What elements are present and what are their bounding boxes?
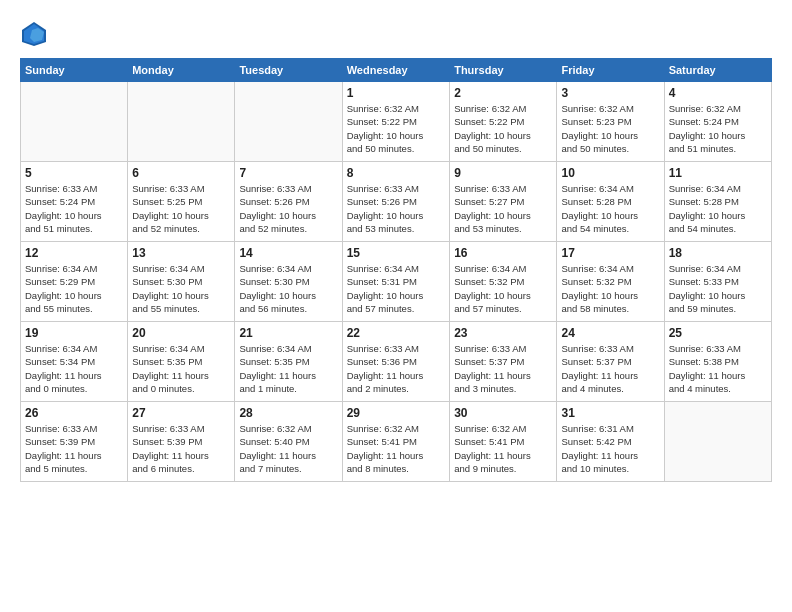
day-info: Sunrise: 6:33 AM Sunset: 5:39 PM Dayligh… [25,422,123,475]
weekday-header-sunday: Sunday [21,59,128,82]
day-number: 10 [561,166,659,180]
day-info: Sunrise: 6:34 AM Sunset: 5:31 PM Dayligh… [347,262,445,315]
week-row-2: 12Sunrise: 6:34 AM Sunset: 5:29 PM Dayli… [21,242,772,322]
calendar-cell: 16Sunrise: 6:34 AM Sunset: 5:32 PM Dayli… [450,242,557,322]
calendar-cell: 3Sunrise: 6:32 AM Sunset: 5:23 PM Daylig… [557,82,664,162]
calendar-cell: 5Sunrise: 6:33 AM Sunset: 5:24 PM Daylig… [21,162,128,242]
calendar: SundayMondayTuesdayWednesdayThursdayFrid… [20,58,772,482]
day-number: 17 [561,246,659,260]
calendar-cell: 21Sunrise: 6:34 AM Sunset: 5:35 PM Dayli… [235,322,342,402]
calendar-cell: 31Sunrise: 6:31 AM Sunset: 5:42 PM Dayli… [557,402,664,482]
calendar-cell: 18Sunrise: 6:34 AM Sunset: 5:33 PM Dayli… [664,242,771,322]
calendar-cell [128,82,235,162]
day-number: 12 [25,246,123,260]
day-info: Sunrise: 6:33 AM Sunset: 5:25 PM Dayligh… [132,182,230,235]
calendar-cell: 2Sunrise: 6:32 AM Sunset: 5:22 PM Daylig… [450,82,557,162]
day-number: 13 [132,246,230,260]
calendar-cell [664,402,771,482]
day-info: Sunrise: 6:33 AM Sunset: 5:26 PM Dayligh… [239,182,337,235]
day-info: Sunrise: 6:33 AM Sunset: 5:36 PM Dayligh… [347,342,445,395]
day-number: 15 [347,246,445,260]
day-info: Sunrise: 6:33 AM Sunset: 5:39 PM Dayligh… [132,422,230,475]
day-info: Sunrise: 6:34 AM Sunset: 5:28 PM Dayligh… [669,182,767,235]
week-row-1: 5Sunrise: 6:33 AM Sunset: 5:24 PM Daylig… [21,162,772,242]
calendar-cell: 20Sunrise: 6:34 AM Sunset: 5:35 PM Dayli… [128,322,235,402]
day-number: 22 [347,326,445,340]
calendar-cell: 4Sunrise: 6:32 AM Sunset: 5:24 PM Daylig… [664,82,771,162]
day-number: 16 [454,246,552,260]
calendar-cell: 19Sunrise: 6:34 AM Sunset: 5:34 PM Dayli… [21,322,128,402]
calendar-cell: 1Sunrise: 6:32 AM Sunset: 5:22 PM Daylig… [342,82,449,162]
weekday-header-row: SundayMondayTuesdayWednesdayThursdayFrid… [21,59,772,82]
day-number: 4 [669,86,767,100]
calendar-cell: 17Sunrise: 6:34 AM Sunset: 5:32 PM Dayli… [557,242,664,322]
day-info: Sunrise: 6:33 AM Sunset: 5:24 PM Dayligh… [25,182,123,235]
calendar-cell: 15Sunrise: 6:34 AM Sunset: 5:31 PM Dayli… [342,242,449,322]
day-number: 5 [25,166,123,180]
calendar-cell: 13Sunrise: 6:34 AM Sunset: 5:30 PM Dayli… [128,242,235,322]
day-info: Sunrise: 6:33 AM Sunset: 5:37 PM Dayligh… [561,342,659,395]
calendar-cell: 9Sunrise: 6:33 AM Sunset: 5:27 PM Daylig… [450,162,557,242]
calendar-cell: 12Sunrise: 6:34 AM Sunset: 5:29 PM Dayli… [21,242,128,322]
day-number: 7 [239,166,337,180]
calendar-cell: 7Sunrise: 6:33 AM Sunset: 5:26 PM Daylig… [235,162,342,242]
day-info: Sunrise: 6:34 AM Sunset: 5:30 PM Dayligh… [132,262,230,315]
weekday-header-saturday: Saturday [664,59,771,82]
calendar-cell: 29Sunrise: 6:32 AM Sunset: 5:41 PM Dayli… [342,402,449,482]
header [20,20,772,48]
day-number: 30 [454,406,552,420]
day-info: Sunrise: 6:31 AM Sunset: 5:42 PM Dayligh… [561,422,659,475]
day-number: 6 [132,166,230,180]
day-number: 27 [132,406,230,420]
day-info: Sunrise: 6:33 AM Sunset: 5:26 PM Dayligh… [347,182,445,235]
day-info: Sunrise: 6:32 AM Sunset: 5:40 PM Dayligh… [239,422,337,475]
day-number: 19 [25,326,123,340]
calendar-cell [235,82,342,162]
day-info: Sunrise: 6:34 AM Sunset: 5:32 PM Dayligh… [561,262,659,315]
weekday-header-friday: Friday [557,59,664,82]
day-number: 2 [454,86,552,100]
calendar-cell: 28Sunrise: 6:32 AM Sunset: 5:40 PM Dayli… [235,402,342,482]
day-number: 9 [454,166,552,180]
logo [20,20,52,48]
weekday-header-thursday: Thursday [450,59,557,82]
page: SundayMondayTuesdayWednesdayThursdayFrid… [0,0,792,612]
day-info: Sunrise: 6:33 AM Sunset: 5:37 PM Dayligh… [454,342,552,395]
day-info: Sunrise: 6:34 AM Sunset: 5:29 PM Dayligh… [25,262,123,315]
day-number: 18 [669,246,767,260]
calendar-cell: 10Sunrise: 6:34 AM Sunset: 5:28 PM Dayli… [557,162,664,242]
day-info: Sunrise: 6:32 AM Sunset: 5:22 PM Dayligh… [347,102,445,155]
day-info: Sunrise: 6:32 AM Sunset: 5:23 PM Dayligh… [561,102,659,155]
day-number: 26 [25,406,123,420]
day-info: Sunrise: 6:32 AM Sunset: 5:24 PM Dayligh… [669,102,767,155]
day-number: 8 [347,166,445,180]
day-number: 23 [454,326,552,340]
calendar-cell: 8Sunrise: 6:33 AM Sunset: 5:26 PM Daylig… [342,162,449,242]
day-info: Sunrise: 6:33 AM Sunset: 5:27 PM Dayligh… [454,182,552,235]
day-number: 29 [347,406,445,420]
day-number: 20 [132,326,230,340]
day-info: Sunrise: 6:34 AM Sunset: 5:33 PM Dayligh… [669,262,767,315]
day-number: 11 [669,166,767,180]
day-number: 25 [669,326,767,340]
day-info: Sunrise: 6:34 AM Sunset: 5:30 PM Dayligh… [239,262,337,315]
calendar-cell: 25Sunrise: 6:33 AM Sunset: 5:38 PM Dayli… [664,322,771,402]
calendar-cell: 24Sunrise: 6:33 AM Sunset: 5:37 PM Dayli… [557,322,664,402]
day-info: Sunrise: 6:34 AM Sunset: 5:28 PM Dayligh… [561,182,659,235]
day-info: Sunrise: 6:34 AM Sunset: 5:35 PM Dayligh… [239,342,337,395]
day-number: 31 [561,406,659,420]
day-info: Sunrise: 6:32 AM Sunset: 5:22 PM Dayligh… [454,102,552,155]
calendar-cell: 23Sunrise: 6:33 AM Sunset: 5:37 PM Dayli… [450,322,557,402]
day-number: 14 [239,246,337,260]
week-row-4: 26Sunrise: 6:33 AM Sunset: 5:39 PM Dayli… [21,402,772,482]
day-number: 24 [561,326,659,340]
weekday-header-wednesday: Wednesday [342,59,449,82]
weekday-header-monday: Monday [128,59,235,82]
day-number: 28 [239,406,337,420]
day-info: Sunrise: 6:32 AM Sunset: 5:41 PM Dayligh… [347,422,445,475]
logo-icon [20,20,48,48]
calendar-cell: 6Sunrise: 6:33 AM Sunset: 5:25 PM Daylig… [128,162,235,242]
day-info: Sunrise: 6:33 AM Sunset: 5:38 PM Dayligh… [669,342,767,395]
calendar-cell: 30Sunrise: 6:32 AM Sunset: 5:41 PM Dayli… [450,402,557,482]
calendar-cell [21,82,128,162]
